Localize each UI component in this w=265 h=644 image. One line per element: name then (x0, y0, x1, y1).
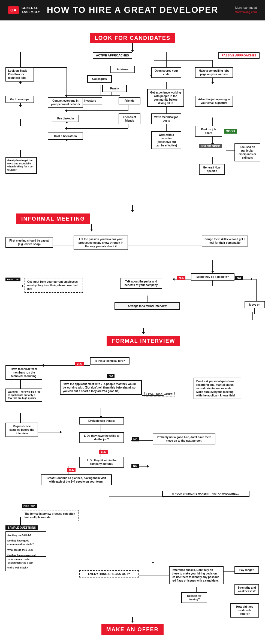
active-approaches-label: ACTIVE APPROACHES (93, 52, 132, 59)
lfc-title: LOOK FOR CANDIDATES (90, 33, 176, 43)
passive-approaches-label: PASSIVE APPROACHES (218, 52, 260, 59)
probably-not-box: Probably not a good hire, don't have the… (153, 434, 215, 444)
write-tech-posts-box: Write technical job posts (151, 113, 181, 124)
have-tech-team-box: Have technical team members run the tech… (5, 365, 42, 380)
meetups-box: Go to meetups (5, 96, 34, 103)
hackathon-box: Host a hackathon (48, 133, 83, 140)
q2-box: 2. Do they fit within the company cultur… (79, 457, 124, 468)
formal-title: FORMAL INTERVIEW (107, 336, 180, 346)
good-badge: GOOD (224, 129, 237, 134)
reference-checks-box: Reference checks. Don't rely on these to… (169, 566, 224, 584)
let-passion-box: Let the passion you have for your produc… (74, 236, 128, 250)
svg-marker-71 (251, 278, 253, 281)
header-right-info: More learning at startmaking.com (219, 6, 257, 14)
yes-technical-label: YES (75, 361, 84, 366)
ga-company-name: GENERAL ASSEMBLY (22, 6, 40, 14)
post-job-board-row: Post on job board GOOD (195, 126, 237, 137)
arr-to-informal (5, 205, 260, 210)
svg-marker-105 (147, 465, 149, 468)
infographic-body: LOOK FOR CANDIDATES ACTIVE APPROACHES PA… (0, 20, 265, 644)
stackoverflow-box: Look on Stack Overflow for technical job… (5, 67, 34, 82)
q2-yes-label: YES (67, 467, 76, 472)
q1-no-label: NO (132, 437, 139, 441)
strengths-box: Strengths and weaknesses? (234, 584, 259, 595)
first-meeting-box: First meeting should be casual (e.g. cof… (5, 237, 53, 248)
linkedin-box: Use LinkedIn (52, 115, 79, 122)
advisors-box: Advisors (110, 66, 135, 73)
make-offer-title: MAKE AN OFFER (101, 624, 164, 635)
informal-flow: First meeting should be casual (e.g. cof… (5, 233, 260, 336)
q1-yes-label: YES (99, 449, 108, 454)
great-place-box: Great place to get the word out, especia… (5, 157, 37, 174)
make-offer-title-row: MAKE AN OFFER (5, 624, 260, 635)
lfc-title-row: LOOK FOR CANDIDATES (5, 33, 260, 43)
advertise-email-box: Advertise job opening in your email sign… (195, 96, 233, 107)
no-label-informal: NO (235, 275, 243, 280)
svg-marker-21 (65, 109, 67, 112)
page-title: HOW TO HIRE A GREAT DEVELOPER (46, 5, 219, 15)
applicant-meet-box: Have the applicant meet with 2–4 people … (60, 380, 142, 395)
move-on-box: Move on (245, 301, 265, 314)
everything-checks-box: EVERYTHING CHECKS OUT? (79, 570, 139, 577)
svg-marker-63 (211, 271, 214, 273)
arr-down-lfc (5, 43, 260, 50)
svg-marker-28 (65, 127, 67, 130)
pro-tip-1-label: PRO TIP (5, 276, 20, 281)
logo-area: GA GENERAL ASSEMBLY (8, 6, 46, 14)
warning-box: Warning: There will be a lot of applican… (5, 389, 42, 402)
friends-box: Friends (119, 97, 140, 104)
pay-range-box: Pay range? (234, 566, 259, 574)
how-work-section: How did they work with others? (5, 599, 260, 615)
make-offer-flow: Contracting to hire Legalities to consid… (5, 639, 260, 644)
svg-marker-1 (19, 82, 22, 84)
recruiter-box: Work with a recruiter (expensive but can… (151, 131, 181, 149)
candidates-flow: Look on Stack Overflow for technical job… (5, 60, 260, 202)
arrange-formal-box: Arrange for a formal interview (115, 302, 180, 310)
evaluate-box: Evaluate two things: (79, 417, 124, 425)
q1-box: 1. Do they have the skills to do the job… (79, 432, 124, 443)
not-so-good-badge: NOT SO GOOD (199, 143, 222, 148)
family-box: Family (102, 85, 127, 92)
formal-process-box: The formal interview process can often l… (22, 510, 79, 521)
open-source-box: Open source your code (151, 67, 181, 78)
compelling-jobs-box: Make a compelling jobs page on your webs… (195, 67, 233, 78)
informal-title-row: INFORMAL MEETING (5, 213, 260, 224)
give-code-assignment-box: Give them a "code assignment" as a test (5, 556, 46, 566)
request-code-box: Request code samples before the intervie… (5, 423, 38, 437)
might-good-fit-box: Might they be a good fit? (191, 273, 234, 281)
if-candidate-label: IF YOUR CANDIDATE MAKES IT THIS FAR UNSC… (162, 491, 249, 497)
q2-no-label: NO (131, 463, 139, 468)
legal-disclaimer-label: LEGAL DISCLAIMER (144, 391, 175, 396)
svg-marker-69 (173, 278, 174, 281)
svg-marker-3 (19, 105, 22, 107)
arrowhead-lfc (5, 50, 260, 52)
svg-marker-77 (22, 285, 24, 287)
dont-ask-box: Don't ask personal questions regarding a… (194, 378, 241, 399)
informal-title: INFORMAL MEETING (16, 213, 90, 224)
great-continue-box: Great! Continue as planned, having them … (41, 474, 112, 485)
talk-perks-box: Talk about the perks and benefits of you… (120, 278, 162, 289)
yes-label-informal: YES (177, 275, 185, 280)
header: GA GENERAL ASSEMBLY HOW TO HIRE A GREAT … (0, 0, 265, 20)
colleagues-box: Colleagues (87, 75, 112, 83)
checks-out-section: EVERYTHING CHECKS OUT? Reference checks.… (5, 566, 260, 599)
contact-network-box: Contact everyone in your personal networ… (48, 97, 83, 108)
svg-marker-36 (211, 82, 214, 84)
get-experience-box: Get experience working with people in th… (147, 89, 184, 107)
get-input-box: Get input from your current employees on… (25, 278, 83, 293)
formal-title-row: FORMAL INTERVIEW (27, 336, 260, 346)
gauge-skill-box: Gauge their skill level and get a feel f… (202, 236, 248, 246)
how-work-box: How did they work with others? (230, 603, 259, 618)
focused-box: Focused on particular disciplines or ski… (234, 143, 260, 161)
is-technical-hire-box: Is this a technical hire? (90, 357, 130, 365)
site-link[interactable]: startmaking.com (235, 10, 257, 14)
svg-marker-90 (60, 431, 62, 434)
pro-tip-2-label: PRO TIP (22, 503, 37, 508)
general-box: General/ Non-specific (199, 164, 225, 175)
svg-marker-16 (65, 94, 67, 97)
friends-of-friends-box: Friends of friends (119, 113, 140, 124)
ga-logo-badge: GA (8, 6, 19, 14)
no-technical-label: NO (107, 373, 115, 378)
formal-flow: Is this a technical hire? YES NO Have te… (5, 350, 260, 563)
